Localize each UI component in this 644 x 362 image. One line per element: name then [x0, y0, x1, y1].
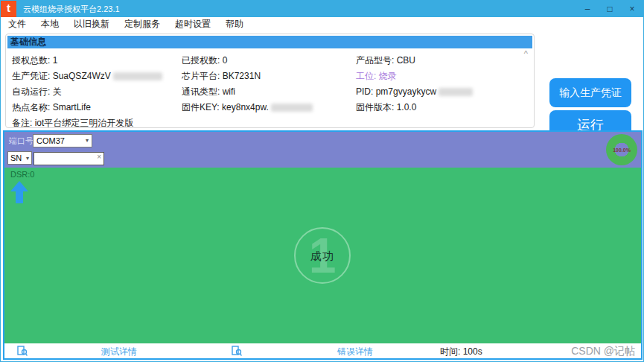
info-column-2: 已授权数: 0 芯片平台: BK7231N 通讯类型: wifi 固件KEY: …	[182, 53, 313, 115]
dsr-status: DSR:0	[10, 170, 34, 179]
up-arrow-icon	[10, 181, 28, 203]
sn-input-container: ×	[34, 151, 104, 165]
basic-info-panel: 基础信息 ^ 授权总数: 1 生产凭证: SuaQSZ4WzV 自动运行: 关 …	[5, 34, 535, 128]
masked-value	[113, 72, 162, 80]
minimize-button[interactable]: –	[576, 1, 599, 17]
app-logo-icon: t	[1, 1, 16, 17]
menu-help[interactable]: 帮助	[226, 18, 243, 31]
info-section: 基础信息 ^ 授权总数: 1 生产凭证: SuaQSZ4WzV 自动运行: 关 …	[1, 31, 643, 130]
burn-result-area: DSR:0 1 成功	[4, 168, 641, 343]
field-remark: 备注: iot平台绑定三明治开发版	[12, 115, 162, 131]
port-select[interactable]: COM37 ▾	[33, 134, 92, 147]
masked-value	[271, 104, 313, 112]
field-product-model: 产品型号: CBU	[356, 53, 473, 69]
info-column-3: 产品型号: CBU 工位: 烧录 PID: pm7gvyaykycw 固件版本:…	[356, 53, 473, 115]
info-column-1: 授权总数: 1 生产凭证: SuaQSZ4WzV 自动运行: 关 热点名称: S…	[12, 53, 162, 131]
burn-panel: 端口号 COM37 ▾ SN ▾ × 100.0% DSR:0	[3, 130, 643, 360]
title-bar: t 云模组烧录授权平台2.23.1 – □ ×	[1, 1, 643, 17]
field-comm-type: 通讯类型: wifi	[182, 84, 313, 100]
close-button[interactable]: ×	[621, 1, 643, 17]
error-search-icon[interactable]	[232, 346, 242, 356]
field-authorized-count: 已授权数: 0	[182, 53, 313, 69]
clear-input-icon[interactable]: ×	[97, 153, 101, 161]
status-bar: 测试详情 错误详情 时间: 100s CSDN @记帖	[4, 343, 641, 358]
maximize-button[interactable]: □	[599, 1, 621, 17]
field-production-credential: 生产凭证: SuaQSZ4WzV	[12, 69, 162, 84]
chevron-down-icon: ▾	[86, 135, 89, 147]
field-firmware-key: 固件KEY: key8nx4pw.	[182, 100, 313, 115]
log-search-icon[interactable]	[17, 346, 28, 356]
window-title: 云模组烧录授权平台2.23.1	[23, 4, 120, 15]
sn-input[interactable]	[34, 152, 104, 165]
menu-custom-service[interactable]: 定制服务	[124, 18, 160, 31]
success-badge: 1 成功	[294, 227, 351, 284]
progress-percent: 100.0%	[613, 147, 631, 153]
serial-settings-bar: 端口号 COM37 ▾ SN ▾ × 100.0%	[4, 132, 641, 168]
field-pid: PID: pm7gvyaykycw	[356, 84, 473, 100]
sn-mode-select[interactable]: SN ▾	[7, 151, 32, 165]
field-auth-total: 授权总数: 1	[12, 53, 162, 69]
menu-file[interactable]: 文件	[8, 18, 26, 31]
field-work-station: 工位: 烧录	[356, 69, 473, 84]
port-label: 端口号	[9, 136, 34, 147]
menu-timeout-settings[interactable]: 超时设置	[175, 18, 211, 31]
field-chip-platform: 芯片平台: BK7231N	[182, 69, 313, 84]
menu-bar: 文件 本地 以旧换新 定制服务 超时设置 帮助	[1, 17, 643, 31]
progress-donut: 100.0%	[606, 134, 637, 165]
error-details-link[interactable]: 错误详情	[337, 346, 373, 358]
enter-credential-button[interactable]: 输入生产凭证	[549, 78, 631, 107]
menu-local[interactable]: 本地	[41, 18, 59, 31]
field-firmware-version: 固件版本: 1.0.0	[356, 100, 473, 115]
masked-value	[439, 88, 473, 96]
basic-info-header: 基础信息	[7, 36, 532, 48]
collapse-chevron-icon[interactable]: ^	[524, 49, 528, 58]
field-auto-run: 自动运行: 关	[12, 84, 162, 100]
elapsed-time: 时间: 100s	[440, 346, 482, 358]
chevron-down-icon: ▾	[26, 155, 29, 162]
field-hotspot-name: 热点名称: SmartLife	[12, 100, 162, 115]
menu-trade-in[interactable]: 以旧换新	[74, 18, 109, 31]
success-text: 成功	[296, 250, 349, 264]
test-details-link[interactable]: 测试详情	[101, 346, 137, 358]
app-window: t 云模组烧录授权平台2.23.1 – □ × 文件 本地 以旧换新 定制服务 …	[0, 0, 644, 362]
window-controls: – □ ×	[576, 1, 643, 17]
watermark: CSDN @记帖	[571, 345, 635, 358]
